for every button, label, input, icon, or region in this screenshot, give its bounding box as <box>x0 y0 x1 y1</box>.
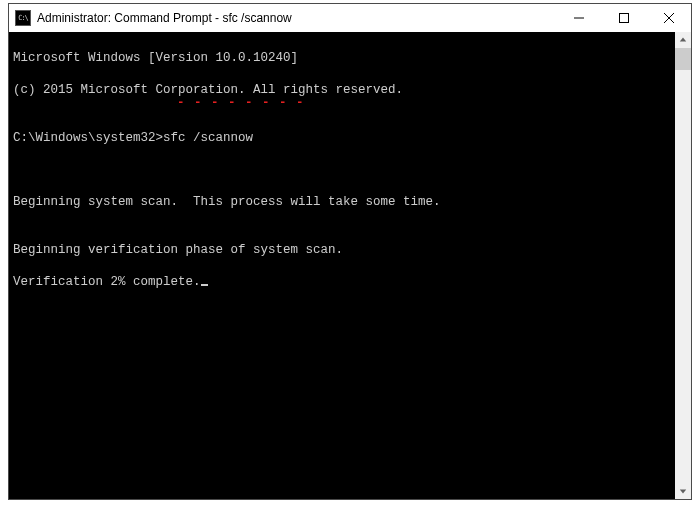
cursor-icon <box>201 284 208 286</box>
scrollbar-thumb[interactable] <box>675 48 691 70</box>
scrollbar-up-button[interactable] <box>675 32 691 48</box>
terminal-area[interactable]: Microsoft Windows [Version 10.0.10240] (… <box>9 32 691 499</box>
window-title: Administrator: Command Prompt - sfc /sca… <box>37 11 556 25</box>
cmd-icon: C:\ <box>15 10 31 26</box>
maximize-button[interactable] <box>601 4 646 32</box>
output-line: Beginning verification phase of system s… <box>13 242 687 258</box>
svg-rect-1 <box>619 14 628 23</box>
command-prompt-window: C:\ Administrator: Command Prompt - sfc … <box>8 3 692 500</box>
terminal-output: Microsoft Windows [Version 10.0.10240] (… <box>9 32 691 324</box>
scrollbar-down-button[interactable] <box>675 483 691 499</box>
highlight-underline: - - - - - - - - <box>177 96 305 110</box>
output-line: Beginning system scan. This process will… <box>13 194 687 210</box>
minimize-button[interactable] <box>556 4 601 32</box>
titlebar[interactable]: C:\ Administrator: Command Prompt - sfc … <box>9 4 691 32</box>
command-line: C:\Windows\system32>sfc /scannow <box>13 130 687 146</box>
close-button[interactable] <box>646 4 691 32</box>
output-line: (c) 2015 Microsoft Corporation. All righ… <box>13 82 687 98</box>
output-line: Verification 2% complete. <box>13 274 687 290</box>
window-controls <box>556 4 691 32</box>
output-line: Microsoft Windows [Version 10.0.10240] <box>13 50 687 66</box>
vertical-scrollbar[interactable] <box>675 32 691 499</box>
